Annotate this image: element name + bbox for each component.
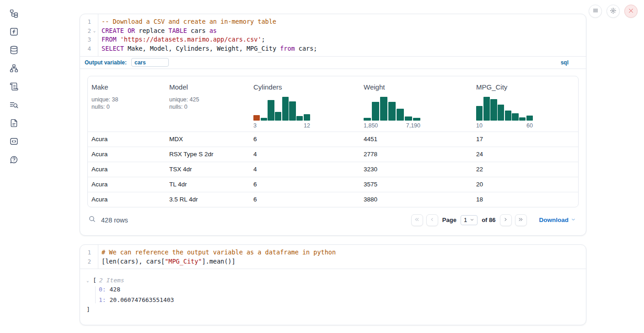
column-name[interactable]: Make — [91, 83, 162, 91]
code-line: 1-- Download a CSV and create an in-memo… — [80, 17, 586, 26]
page-label: Page — [442, 217, 456, 223]
hist-min-label: 10 — [476, 122, 483, 129]
table-cell: Acura — [88, 177, 166, 192]
tree-entry-key: 1: — [99, 296, 106, 303]
code-text: # We can reference the output variable a… — [98, 248, 336, 257]
line-number: 2 — [80, 26, 91, 36]
sidebar-item-documentation[interactable] — [8, 118, 20, 130]
next-page-button[interactable] — [500, 214, 512, 226]
sql-code-editor[interactable]: 1-- Download a CSV and create an in-memo… — [80, 14, 586, 56]
column-header-cylinders: Cylinders 3 12 — [250, 76, 360, 132]
hamburger-icon — [592, 7, 599, 15]
table-cell: MDX — [166, 132, 250, 147]
histogram-bar — [296, 116, 303, 121]
sidebar-item-file-explorer[interactable] — [8, 8, 20, 20]
table-cell: 20 — [472, 177, 578, 192]
fold-gutter — [91, 35, 98, 44]
sidebar-item-data-sources[interactable] — [8, 45, 20, 57]
list-search-icon — [9, 100, 19, 111]
output-variable-input[interactable] — [131, 58, 169, 67]
sidebar-item-dependency-graph[interactable] — [8, 63, 20, 75]
tree-entry-value: 20.060747663551403 — [106, 296, 174, 303]
histogram-bar — [275, 112, 281, 121]
python-code-editor[interactable]: 1# We can reference the output variable … — [80, 245, 586, 269]
histogram-bar — [498, 105, 504, 121]
histogram-bar — [372, 102, 379, 121]
search-icon[interactable] — [88, 215, 96, 225]
sidebar-item-scratchpad[interactable] — [8, 81, 20, 93]
chevron-right-icon — [503, 217, 509, 224]
line-number: 1 — [80, 248, 91, 257]
close-icon — [628, 8, 634, 15]
page-select[interactable]: 1 — [461, 215, 478, 225]
column-name[interactable]: Weight — [364, 83, 469, 91]
fold-gutter — [91, 257, 98, 266]
column-name[interactable]: Model — [169, 83, 246, 91]
line-number: 3 — [80, 35, 91, 44]
table-footer: 428 rows Page 1 of 86 — [87, 213, 579, 227]
code-token-string: "MPG_City" — [165, 258, 202, 265]
code-token-keyword: FROM — [102, 36, 117, 43]
weight-histogram: 1,850 7,190 — [364, 97, 420, 129]
column-header-mpg-city: MPG_City 10 60 — [472, 76, 578, 132]
previous-page-button[interactable] — [426, 214, 438, 226]
line-number: 2 — [80, 257, 91, 266]
page-total-label: of 86 — [482, 217, 495, 223]
fold-chevron-icon[interactable]: ⌄ — [91, 26, 98, 36]
sidebar-item-logs[interactable] — [8, 100, 20, 111]
table-cell: 24 — [472, 147, 578, 162]
table-cell: 18 — [472, 192, 578, 207]
download-button[interactable]: Download — [539, 217, 576, 223]
column-header-make: Make unique: 38 nulls: 0 — [88, 76, 166, 132]
code-token-comment: # We can reference the output variable a… — [102, 248, 336, 256]
code-line: 1# We can reference the output variable … — [80, 248, 586, 257]
code-line: 3FROM 'https://datasets.marimo.app/cars.… — [80, 35, 586, 44]
tree-items-count: 2 Items — [99, 276, 124, 285]
column-header-weight: Weight 1,850 7,190 — [360, 76, 472, 132]
sidebar-item-variables[interactable] — [8, 26, 20, 38]
line-number: 4 — [80, 44, 91, 53]
table-cell: 6 — [250, 192, 360, 207]
fold-gutter — [91, 17, 98, 26]
code-text: -- Download a CSV and create an in-memor… — [98, 17, 276, 26]
table-cell: Acura — [88, 147, 166, 162]
hist-max-label: 60 — [526, 122, 533, 129]
table-cell: 4451 — [360, 132, 472, 147]
histogram-bar — [388, 102, 396, 121]
collapse-caret-icon[interactable]: ⌄ — [86, 276, 92, 285]
language-badge[interactable]: sql — [561, 59, 569, 66]
column-name[interactable]: Cylinders — [253, 83, 356, 91]
download-label: Download — [539, 217, 569, 223]
code-text: FROM 'https://datasets.marimo.app/cars.c… — [98, 35, 265, 44]
table-cell: 4 — [250, 162, 360, 177]
shutdown-button[interactable] — [624, 5, 638, 18]
column-stat-nulls: nulls: 0 — [91, 103, 162, 111]
table-cell: TL 4dr — [166, 177, 250, 192]
last-page-button[interactable] — [515, 214, 527, 226]
table-cell: 3575 — [360, 177, 472, 192]
fold-gutter — [91, 44, 98, 53]
histogram-bar — [526, 116, 533, 121]
menu-button[interactable] — [589, 5, 602, 18]
code-token-keyword: as — [209, 27, 217, 34]
code-token-plain: Make, Model, Cylinders, Weight, MPG_City — [124, 45, 280, 52]
sidebar-item-snippets[interactable] — [8, 136, 20, 148]
sidebar-item-help[interactable] — [8, 154, 20, 166]
code-token-plain: cars; — [295, 45, 317, 52]
table-cell: Acura — [88, 132, 166, 147]
settings-button[interactable] — [606, 5, 620, 18]
code-line: 2⌄CREATE OR replace TABLE cars as — [80, 26, 586, 36]
first-page-button[interactable] — [411, 214, 423, 226]
code-token-string: 'https://datasets.marimo.app/cars.csv' — [120, 36, 262, 43]
mpg-city-histogram: 10 60 — [476, 97, 533, 129]
code-token-keyword: TABLE — [168, 27, 187, 34]
histogram-bar — [364, 118, 371, 121]
tree-close-bracket: ] — [86, 305, 579, 314]
line-number: 1 — [80, 17, 91, 26]
table-cell: 17 — [472, 132, 578, 147]
table-cell: TSX 4dr — [166, 162, 250, 177]
column-name[interactable]: MPG_City — [476, 83, 574, 91]
notebook-actions — [589, 5, 638, 18]
histogram-bar — [405, 116, 412, 121]
table-cell: 6 — [250, 132, 360, 147]
